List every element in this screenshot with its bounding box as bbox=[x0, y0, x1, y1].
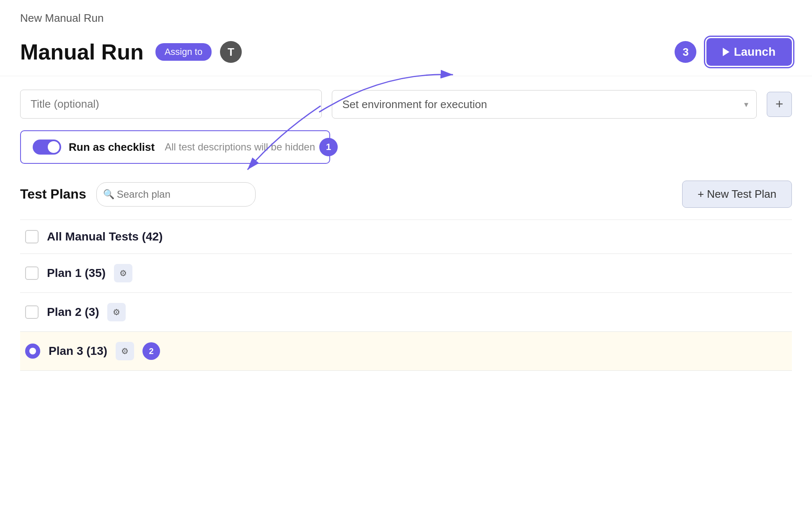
plan-gear-button[interactable]: ⚙ bbox=[107, 303, 126, 321]
page-header: Manual Run Assign to T 3 Launch bbox=[0, 30, 812, 76]
page-title: Manual Run bbox=[20, 39, 144, 65]
plan-list: All Manual Tests (42) Plan 1 (35) ⚙ Plan… bbox=[20, 220, 792, 371]
plan-row[interactable]: All Manual Tests (42) bbox=[20, 220, 792, 254]
step-3-badge: 3 bbox=[675, 41, 696, 63]
add-env-button[interactable]: + bbox=[767, 92, 792, 117]
plan-checkbox[interactable] bbox=[25, 305, 39, 319]
plan-gear-button[interactable]: ⚙ bbox=[114, 264, 132, 282]
plan-row[interactable]: Plan 3 (13) ⚙ 2 bbox=[20, 332, 792, 371]
step-2-badge: 2 bbox=[142, 342, 160, 360]
header-actions: 3 Launch bbox=[675, 38, 792, 66]
search-input[interactable] bbox=[96, 182, 256, 207]
plan-name: Plan 1 (35) bbox=[47, 266, 106, 280]
checklist-toggle[interactable] bbox=[33, 140, 61, 155]
play-icon bbox=[723, 48, 729, 56]
checklist-label: Run as checklist bbox=[69, 141, 155, 154]
test-plans-header: Test Plans 🔍 + New Test Plan bbox=[20, 181, 792, 208]
plan-gear-button[interactable]: ⚙ bbox=[116, 342, 134, 360]
plan-row[interactable]: Plan 2 (3) ⚙ bbox=[20, 293, 792, 332]
title-input[interactable] bbox=[20, 90, 322, 119]
form-row-title-env: Set environment for execution ▾ + bbox=[20, 90, 792, 119]
plan-name: Plan 2 (3) bbox=[47, 305, 99, 319]
checklist-description: All test descriptions will be hidden bbox=[165, 141, 315, 153]
launch-button[interactable]: Launch bbox=[706, 38, 792, 66]
main-content: Set environment for execution ▾ + Run as… bbox=[0, 76, 812, 384]
plan-row[interactable]: Plan 1 (35) ⚙ bbox=[20, 254, 792, 293]
plan-name: Plan 3 (13) bbox=[49, 344, 107, 358]
avatar[interactable]: T bbox=[220, 41, 242, 63]
new-test-plan-button[interactable]: + New Test Plan bbox=[682, 181, 792, 208]
plan-checkbox[interactable] bbox=[25, 230, 39, 243]
env-select-wrapper: Set environment for execution ▾ bbox=[332, 90, 757, 119]
search-icon: 🔍 bbox=[103, 189, 114, 200]
test-plans-title: Test Plans bbox=[20, 186, 86, 202]
breadcrumb: New Manual Run bbox=[0, 0, 812, 30]
plan-name: All Manual Tests (42) bbox=[47, 230, 163, 243]
test-plans-section: Test Plans 🔍 + New Test Plan All Manual … bbox=[20, 181, 792, 371]
launch-label: Launch bbox=[734, 45, 776, 59]
step-1-badge: 1 bbox=[319, 138, 338, 156]
checklist-row: Run as checklist All test descriptions w… bbox=[20, 130, 330, 164]
search-wrapper: 🔍 bbox=[96, 182, 256, 207]
env-select[interactable]: Set environment for execution bbox=[332, 90, 757, 119]
plan-checkbox-selected[interactable] bbox=[25, 344, 40, 359]
assign-to-button[interactable]: Assign to bbox=[155, 43, 212, 61]
plan-checkbox[interactable] bbox=[25, 266, 39, 280]
